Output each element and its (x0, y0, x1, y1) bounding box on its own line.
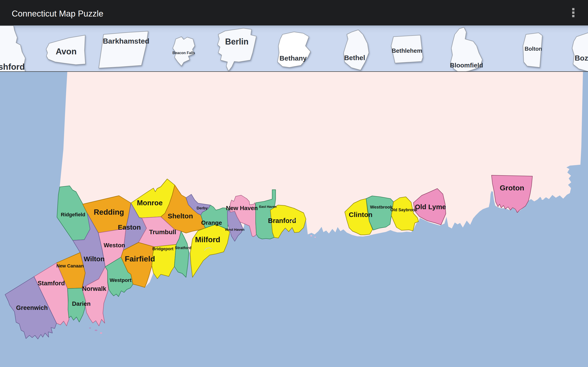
svg-text:Weston: Weston (104, 242, 125, 249)
svg-text:Darien: Darien (72, 300, 91, 307)
svg-text:Connecticut Map Puzzle: Connecticut Map Puzzle (12, 9, 103, 18)
svg-text:Old Lyme: Old Lyme (415, 203, 446, 211)
svg-text:Trumbull: Trumbull (149, 228, 176, 236)
svg-text:West Haven: West Haven (225, 227, 245, 232)
svg-text:Bridgeport: Bridgeport (152, 247, 173, 251)
svg-text:Groton: Groton (500, 184, 524, 192)
svg-text:Milford: Milford (195, 235, 220, 244)
svg-text:Fairfield: Fairfield (125, 254, 155, 263)
svg-text:Redding: Redding (94, 208, 124, 216)
svg-text:Clinton: Clinton (349, 211, 372, 218)
svg-text:Stamford: Stamford (38, 280, 65, 287)
svg-text:Ashford: Ashford (0, 62, 25, 72)
svg-text:Orange: Orange (201, 219, 222, 226)
svg-text:Stratford: Stratford (175, 246, 191, 250)
svg-text:Branford: Branford (268, 217, 296, 224)
svg-text:Wilton: Wilton (84, 255, 104, 263)
svg-text:New Canaan: New Canaan (57, 263, 84, 268)
svg-text:East Haven: East Haven (259, 205, 276, 209)
svg-text:Easton: Easton (118, 223, 141, 231)
svg-text:Avon: Avon (56, 47, 77, 56)
svg-text:Shelton: Shelton (168, 212, 193, 220)
svg-text:Derby: Derby (197, 206, 208, 210)
svg-text:Beacon Falls: Beacon Falls (173, 51, 195, 55)
svg-text:Bethel: Bethel (344, 54, 365, 61)
svg-text:Westport: Westport (110, 277, 132, 283)
svg-text:Bozrah: Bozrah (575, 54, 588, 62)
svg-text:Ridgefield: Ridgefield (61, 212, 85, 217)
svg-text:Old Saybrook: Old Saybrook (390, 208, 417, 212)
svg-text:Barkhamsted: Barkhamsted (103, 37, 149, 45)
svg-text:New Haven: New Haven (226, 205, 258, 211)
svg-text:Greenwich: Greenwich (16, 304, 48, 311)
svg-text:Bethlehem: Bethlehem (392, 47, 422, 54)
svg-text:Norwalk: Norwalk (82, 285, 106, 292)
svg-text:Bethany: Bethany (279, 54, 307, 62)
svg-text:Monroe: Monroe (137, 199, 163, 207)
svg-text:Bloomfield: Bloomfield (450, 62, 483, 69)
svg-text:Berlin: Berlin (225, 37, 249, 46)
svg-text:Bolton: Bolton (525, 46, 542, 52)
svg-text:Westbrook: Westbrook (370, 205, 393, 209)
